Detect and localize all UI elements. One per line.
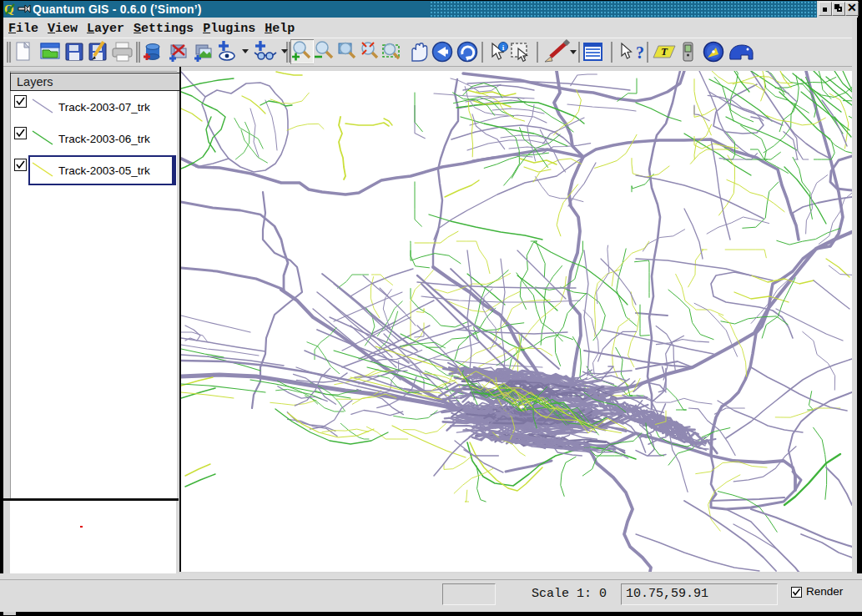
svg-text:T: T <box>661 45 668 58</box>
svg-text:?: ? <box>636 43 644 62</box>
